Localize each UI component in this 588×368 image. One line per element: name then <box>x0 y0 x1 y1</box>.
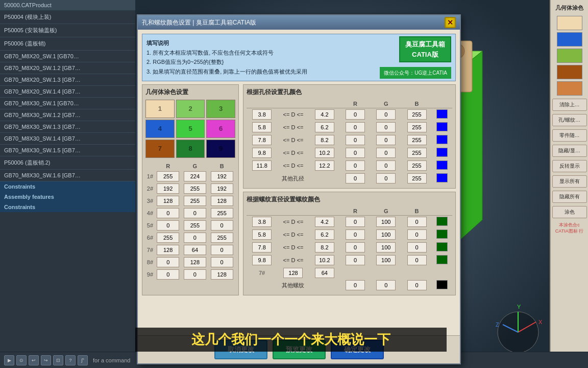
rgb-r-1[interactable] <box>155 170 182 182</box>
rgb-g-7[interactable] <box>182 244 209 256</box>
toolbar-icon-4[interactable]: ↪ <box>41 355 51 365</box>
thread-r-1[interactable] <box>340 215 371 228</box>
tree-item-2[interactable]: P50005 (安装轴盖板) <box>0 24 135 37</box>
right-swatch-5[interactable] <box>557 81 582 96</box>
hole-g-5[interactable] <box>371 159 401 172</box>
thread-dmin-1[interactable] <box>247 215 277 228</box>
swatch-5[interactable]: 5 <box>176 120 205 138</box>
other-thread-b[interactable] <box>401 279 432 292</box>
rgb-b-8[interactable] <box>208 256 235 268</box>
rgb-b-1[interactable] <box>208 170 235 182</box>
hole-g-3[interactable] <box>371 134 401 147</box>
other-thread-g[interactable] <box>371 279 401 292</box>
thread-dmax-2[interactable] <box>309 228 340 241</box>
swatch-7[interactable]: 7 <box>145 140 175 158</box>
hole-dmax-1[interactable] <box>309 108 340 121</box>
rgb-g-8[interactable] <box>182 256 209 268</box>
tree-item-6[interactable]: GB70_M8X20_SW.1.3 [GB7… <box>0 74 135 86</box>
toolbar-icon-6[interactable]: ? <box>65 355 76 365</box>
rgb-g-9[interactable] <box>182 268 209 281</box>
tree-item-8[interactable]: GB70_M8X30_SW.1 [GB70… <box>0 98 135 109</box>
rgb-g-1[interactable] <box>182 170 209 182</box>
thread-color-3[interactable] <box>432 241 452 254</box>
hole-g-2[interactable] <box>371 121 401 134</box>
right-swatch-3[interactable] <box>557 49 582 63</box>
hole-dmin-3[interactable] <box>247 134 277 147</box>
thread-g-1[interactable] <box>371 215 401 228</box>
rgb-b-3[interactable] <box>208 195 235 207</box>
rgb-r-3[interactable] <box>155 195 182 207</box>
hole-dmin-4[interactable] <box>247 147 277 159</box>
rgb-g-6[interactable] <box>182 232 209 244</box>
thread-g-2[interactable] <box>371 228 401 241</box>
rgb-b-6[interactable] <box>208 232 235 244</box>
rgb-b-4[interactable] <box>208 207 235 219</box>
rgb-b-5[interactable] <box>208 219 235 232</box>
tree-item-12[interactable]: GB70_M8X30_SW.1.5 [GB7… <box>0 145 135 156</box>
thread-dmax-4[interactable] <box>309 254 340 267</box>
other-hole-color[interactable] <box>432 172 452 185</box>
hole-dmax-2[interactable] <box>309 121 340 134</box>
right-swatch-2[interactable] <box>557 32 582 47</box>
right-swatch-1[interactable] <box>557 16 582 30</box>
toolbar-icon-3[interactable]: ↩ <box>29 355 39 365</box>
swatch-8[interactable]: 8 <box>176 140 205 158</box>
tree-item-10[interactable]: GB70_M8X30_SW.1.3 [GB7… <box>0 121 135 133</box>
rgb-b-7[interactable] <box>208 244 235 256</box>
swatch-4[interactable]: 4 <box>145 120 175 138</box>
swatch-3[interactable]: 3 <box>206 100 235 118</box>
thread-b-1[interactable] <box>401 215 432 228</box>
hole-g-4[interactable] <box>371 147 401 159</box>
thread-b-2[interactable] <box>401 228 432 241</box>
hole-color-4[interactable] <box>432 147 452 159</box>
other-hole-r[interactable] <box>340 172 371 185</box>
hole-dmax-4[interactable] <box>309 147 340 159</box>
hole-color-2[interactable] <box>432 121 452 134</box>
thread-r-4[interactable] <box>340 254 371 267</box>
rgb-g-2[interactable] <box>182 182 209 195</box>
swatch-9[interactable]: 9 <box>206 140 235 158</box>
rgb-r-4[interactable] <box>155 207 182 219</box>
hole-dmin-2[interactable] <box>247 121 277 134</box>
hole-color-1[interactable] <box>432 108 452 121</box>
hole-dmin-5[interactable] <box>247 159 277 172</box>
btn-show-all[interactable]: 显示所有 <box>552 175 587 188</box>
swatch-2[interactable]: 2 <box>176 100 205 118</box>
tree-item-5[interactable]: GB70_M8X20_SW.1.2 [GB7… <box>0 62 135 74</box>
close-button[interactable]: ✕ <box>445 17 456 28</box>
hole-b-5[interactable] <box>401 159 432 172</box>
rgb-b-2[interactable] <box>208 182 235 195</box>
hole-r-5[interactable] <box>340 159 371 172</box>
rgb-r-6[interactable] <box>155 232 182 244</box>
btn-clear[interactable]: 清除上… <box>552 99 587 111</box>
hole-r-2[interactable] <box>340 121 371 134</box>
hole-b-2[interactable] <box>401 121 432 134</box>
hole-b-4[interactable] <box>401 147 432 159</box>
hole-color-5[interactable] <box>432 159 452 172</box>
hole-color-3[interactable] <box>432 134 452 147</box>
thread-g-4[interactable] <box>371 254 401 267</box>
btn-hide-all[interactable]: 隐藏所有 <box>552 191 587 203</box>
thread-dmin-3[interactable] <box>247 241 277 254</box>
rgb-r-2[interactable] <box>155 182 182 195</box>
hole-r-3[interactable] <box>340 134 371 147</box>
section-assembly-features[interactable]: Assembly features <box>0 192 135 202</box>
thread-g-3[interactable] <box>371 241 401 254</box>
rgb-r-9[interactable] <box>155 268 182 281</box>
toolbar-icon-2[interactable]: ⊙ <box>16 355 27 365</box>
tree-item-4[interactable]: GB70_M8X20_SW.1 [GB70… <box>0 51 135 62</box>
rgb-g-4[interactable] <box>182 207 209 219</box>
hole-r-1[interactable] <box>340 108 371 121</box>
other-hole-g[interactable] <box>371 172 401 185</box>
thread-dmax-1[interactable] <box>309 215 340 228</box>
toolbar-icon-5[interactable]: ⊡ <box>53 355 63 365</box>
thread-r-2[interactable] <box>340 228 371 241</box>
rgb-g-5[interactable] <box>182 219 209 232</box>
swatch-6[interactable]: 6 <box>206 120 235 138</box>
tree-item-1[interactable]: P50004 (模块上装) <box>0 11 135 24</box>
swatch-1[interactable]: 1 <box>145 100 175 118</box>
hole-b-1[interactable] <box>401 108 432 121</box>
thread-r-7[interactable] <box>277 267 309 279</box>
thread-b-4[interactable] <box>401 254 432 267</box>
other-thread-r[interactable] <box>340 279 371 292</box>
